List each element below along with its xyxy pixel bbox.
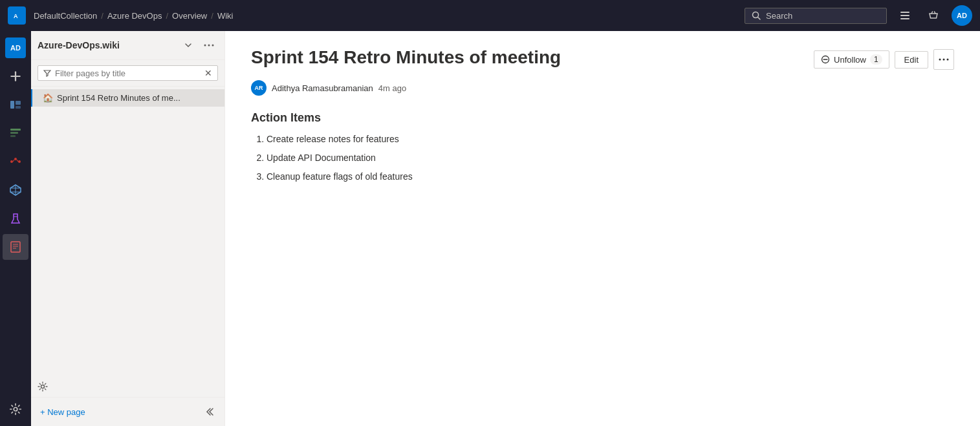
svg-line-3 (758, 17, 761, 20)
sidebar: Azure-DevOps.wiki (31, 31, 225, 426)
svg-rect-12 (10, 129, 21, 131)
svg-point-32 (212, 45, 214, 47)
activity-wiki[interactable] (3, 234, 28, 260)
svg-rect-11 (16, 106, 21, 109)
action-item-2: Update API Documentation (267, 151, 954, 165)
top-nav-icons: AD (895, 5, 972, 26)
basket-icon[interactable] (923, 5, 944, 26)
svg-point-31 (208, 45, 210, 47)
svg-rect-6 (900, 18, 909, 19)
activity-test[interactable] (3, 206, 28, 231)
content-area: Sprint 154 Retro Minutes of meeting Unfo… (225, 31, 980, 426)
time-ago: 4m ago (378, 83, 406, 93)
unfollow-label: Unfollow (834, 55, 866, 65)
action-items-list: Create release notes for features Update… (251, 133, 954, 184)
svg-rect-14 (10, 135, 16, 137)
activity-artifacts[interactable] (3, 177, 28, 203)
home-icon: 🏠 (43, 93, 53, 103)
tree-item-sprint[interactable]: 🏠 Sprint 154 Retro Minutes of me... (31, 89, 224, 107)
svg-line-18 (13, 160, 14, 162)
svg-text:A: A (14, 13, 18, 19)
settings-btn[interactable] (31, 376, 224, 397)
filter-icon (43, 69, 51, 77)
activity-add[interactable] (3, 63, 28, 89)
author-avatar: AR (251, 80, 267, 96)
action-item-1: Create release notes for features (267, 133, 954, 146)
svg-point-33 (41, 385, 45, 389)
unfollow-button[interactable]: Unfollow 1 (814, 50, 889, 69)
more-options-button[interactable] (933, 49, 954, 70)
svg-rect-4 (900, 12, 909, 13)
activity-ad-badge: AD (3, 35, 28, 61)
new-page-label: + New page (40, 407, 85, 417)
svg-line-19 (17, 160, 18, 162)
svg-point-17 (18, 160, 21, 163)
list-icon[interactable] (895, 5, 915, 26)
activity-settings[interactable] (3, 396, 28, 422)
activity-pipelines[interactable] (3, 149, 28, 175)
sidebar-footer: + New page (31, 397, 224, 426)
activity-boards[interactable] (3, 92, 28, 118)
filter-input-wrap[interactable]: ✕ (38, 65, 218, 81)
unfollow-icon (821, 55, 830, 64)
section-title: Action Items (251, 111, 954, 125)
user-avatar[interactable]: AD (952, 5, 972, 26)
breadcrumb-overview[interactable]: Overview (172, 11, 207, 21)
activity-bar: AD (0, 31, 31, 426)
author-name: Adithya Ramasubramanian (272, 83, 373, 93)
global-search[interactable]: Search (745, 8, 887, 24)
follow-count: 1 (870, 54, 882, 65)
content-actions: Unfollow 1 Edit (814, 49, 954, 70)
app-logo[interactable]: A (8, 6, 26, 25)
wiki-name: Azure-DevOps.wiki (38, 40, 175, 50)
svg-rect-13 (10, 132, 18, 134)
settings-icon (38, 381, 48, 392)
activity-sprints[interactable] (3, 120, 28, 146)
content-header: Sprint 154 Retro Minutes of meeting Unfo… (251, 47, 954, 70)
svg-rect-25 (11, 242, 20, 252)
search-icon (752, 11, 761, 20)
svg-rect-9 (10, 101, 14, 109)
sidebar-tree: 🏠 Sprint 154 Retro Minutes of me... (31, 87, 224, 376)
more-icon (939, 58, 949, 61)
svg-point-36 (939, 59, 941, 61)
breadcrumb: DefaultCollection / Azure DevOps / Overv… (34, 11, 233, 21)
new-page-btn[interactable]: + New page (38, 405, 88, 420)
breadcrumb-azuredevops[interactable]: Azure DevOps (107, 11, 162, 21)
filter-clear-btn[interactable]: ✕ (204, 68, 212, 78)
svg-rect-5 (900, 15, 909, 16)
filter-input[interactable] (55, 69, 201, 78)
svg-point-37 (943, 59, 945, 61)
sidebar-header-actions (179, 36, 218, 54)
top-nav-bar: A DefaultCollection / Azure DevOps / Ove… (0, 0, 980, 31)
wiki-dropdown-btn[interactable] (179, 36, 197, 54)
sidebar-header: Azure-DevOps.wiki (31, 31, 224, 60)
filter-bar: ✕ (31, 60, 224, 87)
page-title: Sprint 154 Retro Minutes of meeting (251, 47, 561, 69)
svg-point-30 (204, 45, 206, 47)
breadcrumb-wiki[interactable]: Wiki (217, 11, 234, 21)
author-row: AR Adithya Ramasubramanian 4m ago (251, 80, 954, 96)
breadcrumb-defaultcollection[interactable]: DefaultCollection (34, 11, 97, 21)
main-layout: AD (0, 31, 980, 426)
search-label: Search (766, 11, 792, 21)
svg-point-16 (14, 158, 17, 160)
svg-point-29 (14, 407, 17, 411)
svg-point-15 (10, 160, 13, 163)
tree-item-label: Sprint 154 Retro Minutes of me... (57, 93, 180, 103)
edit-button[interactable]: Edit (895, 51, 928, 69)
collapse-sidebar-btn[interactable] (200, 403, 218, 421)
svg-point-38 (947, 59, 949, 61)
action-item-3: Cleanup feature flags of old features (267, 170, 954, 184)
wiki-more-btn[interactable] (200, 36, 218, 54)
svg-rect-10 (16, 101, 21, 105)
